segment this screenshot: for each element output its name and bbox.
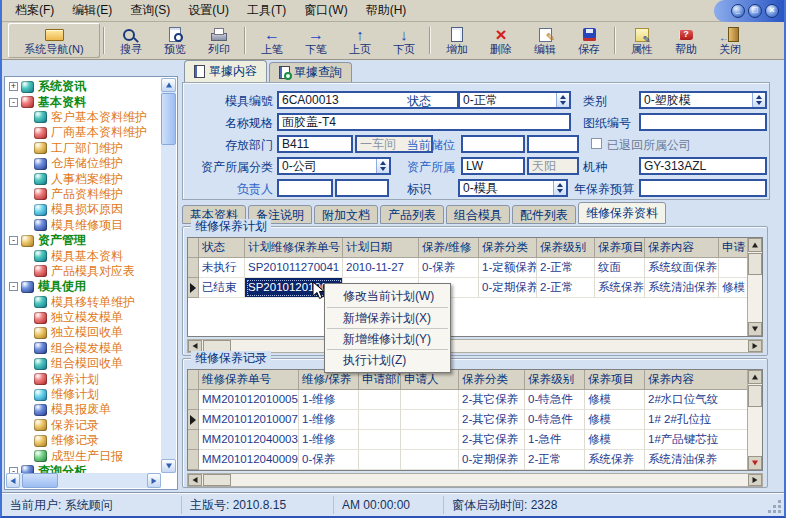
detail-tab[interactable]: 组合模具 xyxy=(446,205,510,224)
close-button[interactable]: × xyxy=(765,4,779,18)
category-select[interactable]: 0-塑胶模 xyxy=(639,91,767,109)
column-header[interactable]: 保养项目 xyxy=(585,370,645,390)
plan-horizontal-scrollbar[interactable] xyxy=(187,339,763,353)
column-header[interactable]: 保养级别 xyxy=(525,370,585,390)
toolbar-button[interactable]: 下笔 xyxy=(294,23,338,58)
menu-item[interactable]: 设置(U) xyxy=(179,0,238,21)
detail-tab[interactable]: 配件列表 xyxy=(512,205,576,224)
scroll-down-button[interactable] xyxy=(161,459,176,473)
tree-item[interactable]: 保养记录 xyxy=(7,418,160,433)
tree-item[interactable]: 工厂部门维护 xyxy=(7,141,160,156)
scrollbar-thumb[interactable] xyxy=(748,253,762,275)
scroll-right-button[interactable] xyxy=(748,340,762,352)
tree-item[interactable]: 模具报废单 xyxy=(7,402,160,417)
combo-arrows-icon[interactable] xyxy=(556,93,569,107)
column-header[interactable]: 保养分类 xyxy=(459,370,525,390)
scrollbar-thumb[interactable] xyxy=(161,93,176,145)
tree-item[interactable]: 组合模发模单 xyxy=(7,341,160,356)
toolbar-button[interactable]: 上页 xyxy=(338,23,382,58)
scroll-left-button[interactable] xyxy=(6,473,20,488)
tree-expander[interactable]: - xyxy=(9,236,18,245)
tree-item[interactable]: 模具损坏原因 xyxy=(7,202,160,217)
toolbar-button[interactable]: 上笔 xyxy=(250,23,294,58)
status-select[interactable]: 0-正常 xyxy=(458,91,571,109)
toolbar-button[interactable]: 编辑 xyxy=(523,23,567,58)
context-menu-item[interactable]: 新增维修计划(Y) xyxy=(327,328,448,349)
toolbar-button[interactable]: 属性 xyxy=(620,23,664,58)
column-header[interactable]: 计划日期 xyxy=(343,238,419,258)
toolbar-button[interactable]: 保存 xyxy=(567,23,611,58)
menu-item[interactable]: 工具(T) xyxy=(238,0,295,21)
toolbar-button[interactable]: 搜寻 xyxy=(109,23,153,58)
table-row-selected[interactable]: 已结束 SP20101201001 0-定期保养 2-正常 系统保养 系统清油保… xyxy=(188,278,747,298)
menu-item[interactable]: 档案(F) xyxy=(6,0,63,21)
record-horizontal-scrollbar[interactable] xyxy=(187,473,763,487)
scroll-left-button[interactable] xyxy=(188,474,202,486)
column-header[interactable]: 保养级别 xyxy=(537,238,595,258)
minimize-button[interactable]: _ xyxy=(731,4,745,18)
combo-arrows-icon[interactable] xyxy=(553,181,566,195)
tree-item[interactable]: - 查询分析 xyxy=(7,464,160,473)
document-tab[interactable]: 單據内容 xyxy=(184,60,267,82)
scrollbar-thumb[interactable] xyxy=(748,385,762,407)
machine-field[interactable]: GY-313AZL xyxy=(639,157,767,175)
asset-class-select[interactable]: 0-公司 xyxy=(277,157,391,175)
manager-name-field[interactable] xyxy=(335,179,389,197)
document-tab[interactable]: 單據查詢 xyxy=(269,62,352,82)
flag-select[interactable]: 0-模具 xyxy=(458,179,568,197)
storage-dept-code-field[interactable]: B411 xyxy=(277,135,353,153)
scroll-down-button[interactable] xyxy=(748,322,762,336)
combo-arrows-icon[interactable] xyxy=(376,159,389,173)
tree-item[interactable]: 保养计划 xyxy=(7,371,160,386)
tree-item[interactable]: 模具基本资料 xyxy=(7,248,160,263)
menu-item[interactable]: 窗口(W) xyxy=(295,0,356,21)
table-row-current[interactable]: MM201012010007 1-维修 2-其它保养 0-特急件 修模 1# 2… xyxy=(188,410,747,430)
scroll-up-button[interactable] xyxy=(748,370,762,384)
column-header[interactable]: 维修/保养 xyxy=(299,370,359,390)
column-header[interactable]: 维修保养单号 xyxy=(199,370,299,390)
toolbar-button[interactable]: 系统导航(N) xyxy=(8,23,100,58)
column-header[interactable]: 保养内容 xyxy=(645,370,749,390)
tree-item[interactable]: 成型生产日报 xyxy=(7,448,160,463)
tree-item[interactable]: 产品资料维护 xyxy=(7,187,160,202)
toolbar-button[interactable]: 预览 xyxy=(153,23,197,58)
tree-item[interactable]: 独立模发模单 xyxy=(7,310,160,325)
tree-item[interactable]: 模具移转单维护 xyxy=(7,294,160,309)
column-header[interactable]: 计划维修保养单号 xyxy=(245,238,343,258)
table-row[interactable]: MM201012010005 1-维修 2-其它保养 0-特急件 修模 2#水口… xyxy=(188,390,747,410)
current-slot-name-field[interactable] xyxy=(527,135,579,153)
restore-button[interactable]: □ xyxy=(748,4,762,18)
tree-item[interactable]: 组合模回收单 xyxy=(7,356,160,371)
tree-item[interactable]: - 基本资料 xyxy=(7,94,160,109)
tree-item[interactable]: 独立模回收单 xyxy=(7,325,160,340)
table-row[interactable]: MM201012040003 1-维修 2-其它保养 1-急件 修模 1#产品键… xyxy=(188,430,747,450)
detail-tab[interactable]: 维修保养资料 xyxy=(578,202,666,224)
sidebar-horizontal-scrollbar[interactable] xyxy=(6,473,161,488)
detail-tab[interactable]: 附加文档 xyxy=(314,205,378,224)
table-row[interactable]: MM201012040009 0-保养 0-定期保养 2-正常 系统保养 系统清… xyxy=(188,450,747,470)
menu-item[interactable]: 编辑(E) xyxy=(63,0,121,21)
scrollbar-thumb[interactable] xyxy=(203,474,231,486)
tree-item[interactable]: + 系统资讯 xyxy=(7,79,160,94)
toolbar-button[interactable]: 列印 xyxy=(197,23,241,58)
scroll-right-button[interactable] xyxy=(147,473,161,488)
scrollbar-thumb[interactable] xyxy=(22,473,58,488)
tree-item[interactable]: 人事档案维护 xyxy=(7,171,160,186)
toolbar-button[interactable]: 帮助 xyxy=(664,23,708,58)
tree-item[interactable]: 仓库储位维护 xyxy=(7,156,160,171)
context-menu-item[interactable]: 新增保养计划(X) xyxy=(327,307,448,328)
tree-item[interactable]: - 模具使用 xyxy=(7,279,160,294)
tree-item[interactable]: - 资产管理 xyxy=(7,233,160,248)
manager-code-field[interactable] xyxy=(277,179,333,197)
column-header[interactable]: 保养分类 xyxy=(479,238,537,258)
scroll-up-button[interactable] xyxy=(748,238,762,252)
toolbar-button[interactable]: 删除 xyxy=(479,23,523,58)
column-header[interactable]: 申请 xyxy=(719,238,749,258)
scroll-right-button[interactable] xyxy=(748,474,762,486)
sidebar-vertical-scrollbar[interactable] xyxy=(161,78,176,473)
drawing-no-field[interactable] xyxy=(639,113,767,131)
toolbar-button[interactable]: 增加 xyxy=(435,23,479,58)
column-header[interactable]: 保养项目 xyxy=(595,238,645,258)
menu-item[interactable]: 查询(S) xyxy=(121,0,179,21)
menu-item[interactable]: 帮助(H) xyxy=(357,0,416,21)
